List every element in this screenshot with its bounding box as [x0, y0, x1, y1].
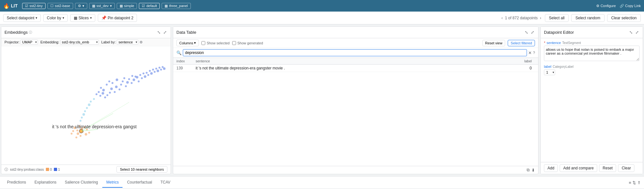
reset-view-button[interactable]: Reset view	[482, 40, 505, 46]
add-compare-button[interactable]: Add and compare	[560, 164, 597, 172]
svg-point-7	[77, 132, 79, 135]
svg-point-58	[162, 66, 164, 68]
show-selected-group: Show selected	[201, 41, 230, 45]
svg-point-27	[115, 86, 118, 88]
model-tab-default[interactable]: ☑ default	[139, 3, 160, 9]
tab-sort-icon[interactable]: ⇅	[632, 180, 636, 185]
tab-tcav[interactable]: TCAV	[157, 177, 174, 188]
nav-next-icon[interactable]: ›	[539, 16, 542, 20]
embedding-select[interactable]: sst2-tiny:cls_emb	[60, 40, 99, 45]
tab-predictions[interactable]: Predictions	[3, 177, 30, 188]
reset-label: Reset	[603, 166, 613, 170]
table-row[interactable]: 139 it 's not the ultimate depression-er…	[173, 65, 538, 72]
show-selected-checkbox[interactable]	[201, 41, 205, 45]
tab-metrics[interactable]: Metrics	[102, 177, 123, 188]
slices-button[interactable]: ▦ Slices ▾	[70, 14, 95, 22]
label-by-select[interactable]: sentence	[117, 40, 138, 45]
copy-icon[interactable]: ⧉	[527, 167, 530, 173]
link-icon: 🔗	[620, 4, 624, 8]
clear-button[interactable]: Clear	[618, 164, 634, 172]
gear-icon-model3: ⚙	[78, 4, 81, 8]
svg-point-46	[142, 72, 144, 74]
embeddings-title: Embeddings ⓘ	[4, 30, 32, 35]
row-index: 139	[176, 66, 196, 70]
select-filtered-label: Select filtered	[511, 41, 532, 45]
model-tab-sst-dev[interactable]: ▦ sst_dev ▾	[89, 3, 115, 9]
svg-point-29	[119, 88, 121, 90]
columns-button[interactable]: Columns ▾	[176, 40, 199, 46]
model-tab-model3[interactable]: ⚙ ▾	[75, 3, 87, 9]
embeddings-expand-icon[interactable]: ⤢	[163, 29, 167, 35]
svg-point-19	[106, 94, 108, 96]
label-settings-icon[interactable]: ⚙	[140, 40, 143, 44]
label-select-wrap: 1 0	[544, 69, 555, 75]
slices-label: Slices	[79, 16, 89, 20]
tab-filter-icon[interactable]: ⇑	[637, 180, 641, 185]
embeddings-minimize-icon[interactable]: ⤡	[157, 29, 161, 35]
tab-explanations[interactable]: Explanations	[30, 177, 60, 188]
svg-point-37	[128, 78, 130, 80]
model-label-sst2-base: sst2-base	[55, 4, 70, 8]
select-all-label: Select all	[549, 16, 565, 20]
editor-minimize-icon[interactable]: ⤡	[629, 29, 633, 35]
reset-button[interactable]: Reset	[599, 164, 616, 172]
nearest-neighbors-button[interactable]: Select 10 nearest neighbors	[116, 166, 167, 173]
label-select[interactable]: 1 0	[544, 69, 555, 75]
model-label-sst-dev: sst_dev	[97, 4, 109, 8]
embeddings-info-icon[interactable]: ⓘ	[29, 30, 32, 35]
app-title: 🔥 LIT	[3, 3, 18, 9]
sentence-textarea[interactable]: allows us to hope that nolan is poised t…	[544, 46, 640, 61]
svg-point-20	[102, 89, 105, 91]
model-label-default: default	[146, 4, 157, 8]
table-header: index sentence label	[173, 58, 538, 65]
search-help-icon[interactable]: ?	[533, 51, 535, 55]
select-filtered-button[interactable]: Select filtered	[508, 40, 535, 46]
svg-point-64	[84, 110, 86, 112]
nav-prev-icon[interactable]: ‹	[500, 16, 504, 20]
clear-selection-button[interactable]: Clear selection	[607, 14, 641, 22]
row-index-value: 139	[176, 66, 183, 70]
editor-header: Datapoint Editor ⤡ ⤢	[541, 27, 643, 38]
model-tab-sst2-base[interactable]: ☐ sst2-base	[47, 3, 73, 9]
select-random-button[interactable]: Select random	[571, 14, 604, 22]
tab-salience-clustering[interactable]: Salience Clustering	[61, 177, 102, 188]
datatable-minimize-icon[interactable]: ⤡	[524, 29, 529, 35]
svg-point-2	[76, 130, 78, 131]
download-icon[interactable]: ⬇	[531, 168, 535, 173]
label-by-group: Label by: sentence ⚙	[101, 40, 143, 45]
editor-panel-controls: ⤡ ⤢	[629, 29, 640, 35]
table-footer: ⧉ ⬇	[173, 166, 538, 174]
svg-point-42	[138, 80, 140, 82]
pin-button[interactable]: 📌 Pin datapoint 2	[98, 14, 137, 22]
add-button[interactable]: Add	[544, 164, 558, 172]
datatable-expand-icon[interactable]: ⤢	[530, 29, 535, 35]
svg-point-50	[149, 70, 151, 72]
configure-button[interactable]: ⚙ Configure	[596, 4, 616, 8]
legend-item-1: 1	[54, 167, 60, 171]
editor-title: Datapoint Editor	[544, 30, 574, 35]
model-tab-simple[interactable]: ▦ simple	[117, 3, 137, 9]
svg-point-17	[104, 96, 106, 98]
embedding-label: Embedding:	[40, 40, 59, 44]
sentence-field-label: *sentence TextSegment	[544, 41, 640, 45]
datapoint-editor-panel: Datapoint Editor ⤡ ⤢ *sentence TextSegme…	[540, 26, 643, 174]
model-tab-sst2-tiny[interactable]: ☑ sst2-tiny	[22, 3, 46, 9]
select-all-button[interactable]: Select all	[545, 14, 569, 22]
projector-select[interactable]: UMAP	[21, 40, 38, 45]
tab-settings-icon[interactable]: ≡	[629, 180, 631, 185]
show-generated-checkbox[interactable]	[232, 41, 236, 45]
search-clear-button[interactable]: ✕	[528, 50, 532, 55]
pin-icon: 📌	[101, 15, 106, 20]
model-tab-three-panel[interactable]: ▦ three_panel	[162, 3, 191, 9]
tab-counterfactual[interactable]: Counterfactual	[123, 177, 156, 188]
legend-label: sst2-tiny:probas:class	[10, 167, 44, 171]
select-datapoint-button[interactable]: Select datapoint ▾	[3, 14, 41, 22]
editor-expand-icon[interactable]: ⤢	[635, 29, 640, 35]
color-by-button[interactable]: Color by ▾	[43, 14, 68, 22]
svg-point-57	[160, 68, 162, 70]
svg-point-13	[88, 132, 90, 134]
svg-point-5	[83, 126, 85, 128]
copy-link-button[interactable]: 🔗 Copy Link	[620, 4, 641, 8]
toolbar: Select datapoint ▾ Color by ▾ ▦ Slices ▾…	[0, 12, 644, 24]
search-input[interactable]	[183, 49, 527, 56]
